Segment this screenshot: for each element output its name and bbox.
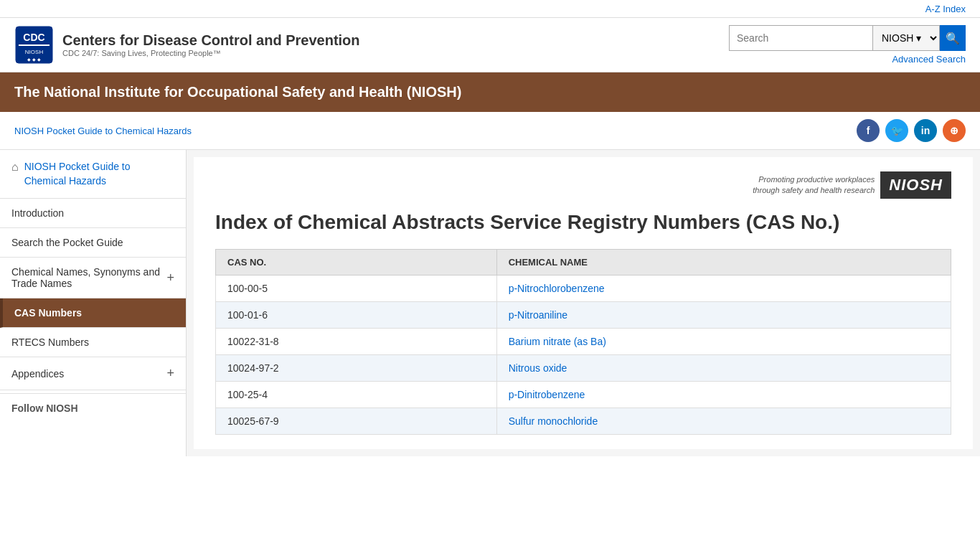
tagline-line2: through safety and health research xyxy=(753,185,875,196)
cas-number-cell: 100-01-6 xyxy=(216,301,497,328)
niosh-banner: The National Institute for Occupational … xyxy=(0,72,980,112)
chemical-name-cell: p-Nitroaniline xyxy=(496,301,951,328)
svg-text:NIOSH: NIOSH xyxy=(25,49,44,55)
logo-area: CDC NIOSH ◆ ◆ ◆ Centers for Disease Cont… xyxy=(14,25,360,65)
sidebar: ⌂ NIOSH Pocket Guide to Chemical Hazards… xyxy=(0,150,187,456)
linkedin-icon[interactable]: in xyxy=(914,119,937,142)
table-header-row: CAS No. CHEMICAL NAME xyxy=(216,249,951,275)
cas-number-cell: 100-00-5 xyxy=(216,275,497,301)
column-header-name: CHEMICAL NAME xyxy=(496,249,951,275)
sidebar-item-label: Introduction xyxy=(11,207,64,219)
sidebar-item-label: RTECS Numbers xyxy=(11,336,89,348)
twitter-icon[interactable]: 🐦 xyxy=(885,119,908,142)
expand-icon: + xyxy=(166,270,174,286)
breadcrumb-link[interactable]: NIOSH Pocket Guide to Chemical Hazards xyxy=(14,126,192,136)
chemical-name-link[interactable]: Nitrous oxide xyxy=(509,362,567,374)
cdc-logo-icon: CDC NIOSH ◆ ◆ ◆ xyxy=(14,25,54,65)
niosh-banner-title: The National Institute for Occupational … xyxy=(14,84,461,100)
az-index-link[interactable]: A-Z Index xyxy=(925,4,966,14)
search-button[interactable]: 🔍 xyxy=(940,25,966,51)
sidebar-item-rtecs[interactable]: RTECS Numbers xyxy=(0,328,186,357)
sidebar-item-appendices[interactable]: Appendices + xyxy=(0,357,186,390)
table-row: 100-25-4p-Dinitrobenzene xyxy=(216,381,951,408)
org-name: Centers for Disease Control and Preventi… xyxy=(62,32,360,49)
sidebar-home-link[interactable]: NIOSH Pocket Guide to Chemical Hazards xyxy=(24,160,174,188)
cas-number-cell: 10022-31-8 xyxy=(216,328,497,354)
home-icon: ⌂ xyxy=(11,161,19,174)
chemical-name-link[interactable]: p-Nitrochlorobenzene xyxy=(509,283,605,294)
search-scope-select[interactable]: NIOSH ▾ CDC All xyxy=(872,25,940,51)
chemical-name-cell: p-Nitrochlorobenzene xyxy=(496,275,951,301)
sidebar-home-item[interactable]: ⌂ NIOSH Pocket Guide to Chemical Hazards xyxy=(0,150,186,199)
sidebar-item-label: Chemical Names, Synonyms and Trade Names xyxy=(11,266,166,289)
svg-text:◆ ◆ ◆: ◆ ◆ ◆ xyxy=(27,57,40,62)
cas-number-cell: 100-25-4 xyxy=(216,381,497,408)
expand-icon: + xyxy=(166,366,174,381)
niosh-logo-area: Promoting productive workplaces through … xyxy=(753,171,951,199)
search-area: NIOSH ▾ CDC All 🔍 Advanced Search xyxy=(729,25,966,65)
niosh-logo-tagline: Promoting productive workplaces through … xyxy=(753,174,875,197)
search-icon: 🔍 xyxy=(946,32,960,45)
sidebar-item-chemical-names[interactable]: Chemical Names, Synonyms and Trade Names… xyxy=(0,258,186,298)
cas-number-cell: 10025-67-9 xyxy=(216,408,497,434)
chemical-name-link[interactable]: p-Nitroaniline xyxy=(509,309,567,321)
chemical-name-link[interactable]: p-Dinitrobenzene xyxy=(509,389,585,400)
chemical-name-link[interactable]: Sulfur monochloride xyxy=(509,415,598,427)
cas-table-body: 100-00-5p-Nitrochlorobenzene100-01-6p-Ni… xyxy=(216,275,951,434)
svg-text:CDC: CDC xyxy=(23,32,44,43)
table-row: 100-00-5p-Nitrochlorobenzene xyxy=(216,275,951,301)
chemical-name-link[interactable]: Barium nitrate (as Ba) xyxy=(509,336,606,347)
site-header: CDC NIOSH ◆ ◆ ◆ Centers for Disease Cont… xyxy=(0,18,980,72)
chemical-name-cell: Barium nitrate (as Ba) xyxy=(496,328,951,354)
search-input[interactable] xyxy=(729,25,872,51)
facebook-icon[interactable]: f xyxy=(857,119,880,142)
chemical-name-cell: Sulfur monochloride xyxy=(496,408,951,434)
org-text: Centers for Disease Control and Preventi… xyxy=(62,32,360,57)
follow-section: Follow NIOSH xyxy=(0,393,186,423)
sidebar-item-cas-numbers[interactable]: CAS Numbers xyxy=(0,298,186,328)
niosh-logo-banner: Promoting productive workplaces through … xyxy=(215,171,951,199)
table-row: 100-01-6p-Nitroaniline xyxy=(216,301,951,328)
cas-table: CAS No. CHEMICAL NAME 100-00-5p-Nitrochl… xyxy=(215,249,951,435)
breadcrumb-bar: NIOSH Pocket Guide to Chemical Hazards f… xyxy=(0,112,980,150)
sidebar-item-label: Search the Pocket Guide xyxy=(11,237,123,248)
rss-icon[interactable]: ⊕ xyxy=(943,119,966,142)
page-title: Index of Chemical Abstracts Service Regi… xyxy=(215,210,951,235)
top-utility-bar: A-Z Index xyxy=(0,0,980,18)
table-row: 10022-31-8Barium nitrate (as Ba) xyxy=(216,328,951,354)
sidebar-item-label: CAS Numbers xyxy=(14,307,82,319)
tagline-line1: Promoting productive workplaces xyxy=(753,174,875,185)
svg-rect-3 xyxy=(19,44,50,46)
cas-number-cell: 10024-97-2 xyxy=(216,354,497,381)
sidebar-item-search[interactable]: Search the Pocket Guide xyxy=(0,228,186,258)
org-tagline: CDC 24/7: Saving Lives, Protecting Peopl… xyxy=(62,49,360,57)
main-content: ⌂ NIOSH Pocket Guide to Chemical Hazards… xyxy=(0,150,980,456)
table-row: 10024-97-2Nitrous oxide xyxy=(216,354,951,381)
niosh-logo-text-box: NIOSH xyxy=(880,171,951,199)
sidebar-item-label: Appendices xyxy=(11,368,64,380)
search-row: NIOSH ▾ CDC All 🔍 xyxy=(729,25,966,51)
breadcrumb: NIOSH Pocket Guide to Chemical Hazards xyxy=(14,125,192,136)
chemical-name-cell: p-Dinitrobenzene xyxy=(496,381,951,408)
table-row: 10025-67-9Sulfur monochloride xyxy=(216,408,951,434)
sidebar-item-introduction[interactable]: Introduction xyxy=(0,199,186,228)
advanced-search-link[interactable]: Advanced Search xyxy=(892,54,966,65)
content-area: Promoting productive workplaces through … xyxy=(194,157,973,449)
column-header-cas: CAS No. xyxy=(216,249,497,275)
follow-label: Follow NIOSH xyxy=(11,402,174,414)
social-icons: f 🐦 in ⊕ xyxy=(857,119,966,142)
chemical-name-cell: Nitrous oxide xyxy=(496,354,951,381)
